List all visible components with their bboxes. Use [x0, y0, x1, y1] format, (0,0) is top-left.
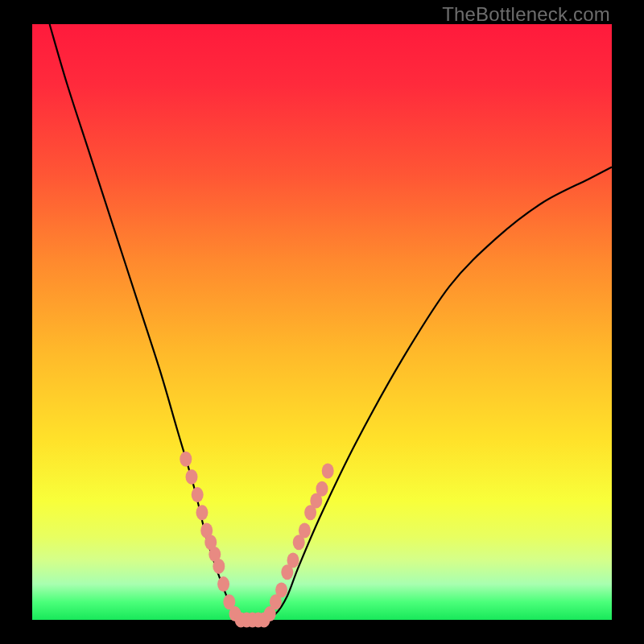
chart-frame: TheBottleneck.com — [0, 0, 644, 644]
marker-dot — [186, 469, 198, 485]
marker-dot — [213, 559, 225, 574]
marker-dot — [299, 523, 311, 539]
bottleneck-curve — [50, 24, 612, 621]
marker-dot — [217, 576, 229, 592]
marker-dot — [287, 553, 299, 568]
watermark: TheBottleneck.com — [442, 3, 610, 26]
curve-svg — [32, 24, 612, 620]
marker-dot — [180, 452, 192, 467]
marker-dot — [316, 481, 328, 497]
marker-dot — [196, 505, 208, 520]
marker-dot — [192, 487, 204, 502]
marker-dot — [275, 583, 287, 598]
plot-area — [32, 24, 612, 620]
marker-dot — [322, 464, 334, 479]
